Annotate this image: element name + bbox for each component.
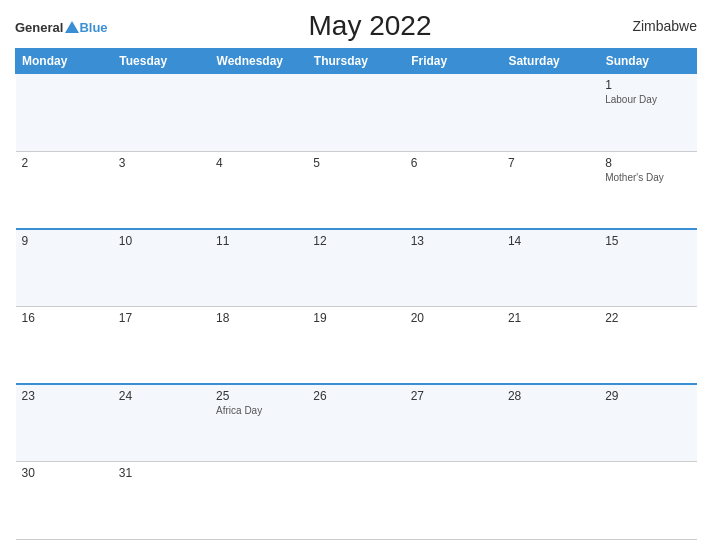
calendar-cell: 21 [502,306,599,384]
calendar-cell [405,462,502,540]
calendar-cell [307,462,404,540]
day-number: 2 [22,156,107,170]
calendar-cell: 28 [502,384,599,462]
day-number: 19 [313,311,398,325]
calendar-cell: 18 [210,306,307,384]
calendar-cell [113,74,210,152]
logo-triangle-icon [65,21,79,33]
day-number: 22 [605,311,690,325]
calendar-cell [502,74,599,152]
calendar-title: May 2022 [309,10,432,42]
day-number: 5 [313,156,398,170]
calendar-cell: 19 [307,306,404,384]
day-number: 7 [508,156,593,170]
calendar-cell: 1Labour Day [599,74,696,152]
day-number: 28 [508,389,593,403]
day-header-friday: Friday [405,49,502,74]
day-number: 8 [605,156,690,170]
holiday-name: Mother's Day [605,172,690,183]
calendar-header-row: MondayTuesdayWednesdayThursdayFridaySatu… [16,49,697,74]
day-number: 1 [605,78,690,92]
holiday-name: Labour Day [605,94,690,105]
calendar-cell [210,74,307,152]
calendar-cell: 23 [16,384,113,462]
calendar-week-row: 2345678Mother's Day [16,151,697,229]
calendar-cell: 14 [502,229,599,307]
calendar-week-row: 1Labour Day [16,74,697,152]
calendar-cell: 20 [405,306,502,384]
day-number: 11 [216,234,301,248]
calendar-week-row: 16171819202122 [16,306,697,384]
day-number: 14 [508,234,593,248]
day-number: 26 [313,389,398,403]
calendar-cell: 3 [113,151,210,229]
day-number: 18 [216,311,301,325]
calendar-week-row: 3031 [16,462,697,540]
day-number: 9 [22,234,107,248]
day-number: 17 [119,311,204,325]
day-number: 29 [605,389,690,403]
day-number: 24 [119,389,204,403]
country-name: Zimbabwe [632,18,697,34]
calendar-cell: 31 [113,462,210,540]
day-number: 12 [313,234,398,248]
calendar-cell: 12 [307,229,404,307]
calendar-cell: 16 [16,306,113,384]
calendar-week-row: 232425Africa Day26272829 [16,384,697,462]
calendar-cell: 29 [599,384,696,462]
calendar-cell [16,74,113,152]
calendar-week-row: 9101112131415 [16,229,697,307]
day-number: 31 [119,466,204,480]
calendar-cell: 24 [113,384,210,462]
calendar-cell: 17 [113,306,210,384]
day-number: 25 [216,389,301,403]
day-number: 15 [605,234,690,248]
logo: General Blue [15,18,108,34]
calendar-cell: 25Africa Day [210,384,307,462]
calendar-cell: 22 [599,306,696,384]
day-header-tuesday: Tuesday [113,49,210,74]
day-header-saturday: Saturday [502,49,599,74]
calendar-cell: 6 [405,151,502,229]
calendar-cell: 2 [16,151,113,229]
calendar-cell: 4 [210,151,307,229]
day-header-thursday: Thursday [307,49,404,74]
day-number: 4 [216,156,301,170]
calendar-cell: 13 [405,229,502,307]
day-number: 16 [22,311,107,325]
logo-general-text: General [15,21,63,34]
calendar-cell [210,462,307,540]
calendar-cell [502,462,599,540]
calendar-cell: 7 [502,151,599,229]
calendar-cell: 27 [405,384,502,462]
day-number: 13 [411,234,496,248]
day-number: 6 [411,156,496,170]
calendar-cell: 10 [113,229,210,307]
day-header-wednesday: Wednesday [210,49,307,74]
holiday-name: Africa Day [216,405,301,416]
calendar-table: MondayTuesdayWednesdayThursdayFridaySatu… [15,48,697,540]
day-number: 10 [119,234,204,248]
calendar-cell: 26 [307,384,404,462]
top-bar: General Blue May 2022 Zimbabwe [15,10,697,42]
day-number: 3 [119,156,204,170]
day-number: 30 [22,466,107,480]
calendar-cell: 5 [307,151,404,229]
day-header-monday: Monday [16,49,113,74]
calendar-cell: 30 [16,462,113,540]
calendar-cell: 8Mother's Day [599,151,696,229]
day-number: 27 [411,389,496,403]
calendar-cell [405,74,502,152]
day-number: 21 [508,311,593,325]
calendar-cell: 9 [16,229,113,307]
logo-blue-text: Blue [79,21,107,34]
day-number: 23 [22,389,107,403]
calendar-cell: 15 [599,229,696,307]
day-header-sunday: Sunday [599,49,696,74]
calendar-cell [307,74,404,152]
calendar-cell: 11 [210,229,307,307]
calendar-cell [599,462,696,540]
day-number: 20 [411,311,496,325]
